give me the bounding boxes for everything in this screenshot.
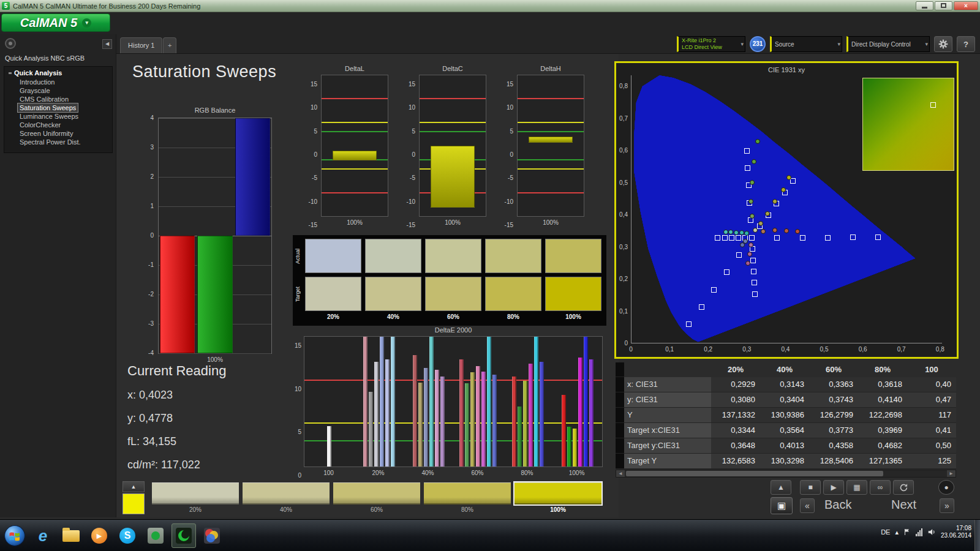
scroll-left-icon[interactable]: ◄ xyxy=(616,470,625,477)
current-patch-preview[interactable] xyxy=(123,493,145,514)
y-tick-label: -5 xyxy=(312,174,317,181)
sidebar-item-introduction[interactable]: Introduction xyxy=(18,78,56,86)
scrollbar-thumb[interactable] xyxy=(626,471,883,476)
taskbar-mediaplayer-button[interactable]: ▶ xyxy=(87,523,111,548)
patch-color[interactable] xyxy=(514,482,601,504)
measurement-marker xyxy=(745,261,750,266)
tab-history-1[interactable]: History 1 xyxy=(120,37,162,53)
taskbar-colortool-button[interactable] xyxy=(200,523,224,548)
window-mode-button[interactable]: ▣ xyxy=(771,497,793,514)
minimize-button[interactable] xyxy=(916,1,933,10)
patch-swatch-20[interactable]: 20% xyxy=(152,480,239,513)
meter-count-badge[interactable]: 231 xyxy=(750,36,766,52)
next-button[interactable]: Next xyxy=(891,498,916,512)
patch-swatch-40[interactable]: 40% xyxy=(243,480,330,513)
help-button[interactable]: ? xyxy=(957,36,975,52)
continuous-read-button[interactable]: ∞ xyxy=(870,480,891,495)
table-cell: 0,3773 xyxy=(809,423,858,438)
sidebar-collapse-button[interactable]: ◀ xyxy=(102,39,112,49)
table-row: Y137,1332130,9386126,2799122,2698117 xyxy=(616,408,956,423)
meter-name: X-Rite i1Pro 2 LCD Direct View xyxy=(682,37,722,51)
patch-swatch-100[interactable]: 100% xyxy=(514,480,601,513)
patch-window-button[interactable]: ▲ xyxy=(123,481,145,492)
scroll-right-icon[interactable]: ► xyxy=(947,470,956,477)
sidebar-item-screen-uniformity[interactable]: Screen Uniformity xyxy=(18,129,75,138)
start-button[interactable] xyxy=(4,525,26,547)
y-tick-label: -15 xyxy=(309,222,317,228)
calman-logo[interactable]: CalMAN 5 ▾ xyxy=(1,13,110,32)
y-tick-label: -15 xyxy=(505,222,513,228)
language-indicator[interactable]: DE xyxy=(881,528,890,536)
taskbar-ie-button[interactable]: e xyxy=(31,523,55,548)
sidebar-item-grayscale[interactable]: Grayscale xyxy=(18,86,52,95)
stop-button[interactable]: ■ xyxy=(800,480,821,495)
table-cell: 130,9386 xyxy=(760,408,809,423)
patch-color[interactable] xyxy=(243,482,330,504)
cie-yaxis: 00,10,20,30,40,50,60,70,8 xyxy=(616,63,629,357)
sidebar-item-saturation-sweeps[interactable]: Saturation Sweeps xyxy=(18,103,78,112)
column-header: 20% xyxy=(711,362,760,377)
deltae-bar xyxy=(492,375,497,467)
settings-button[interactable] xyxy=(934,36,952,52)
taskbar-skype-button[interactable]: S xyxy=(115,523,140,548)
measurement-marker xyxy=(740,242,745,247)
table-scrollbar[interactable]: ◄ ► xyxy=(616,470,956,478)
source-dropdown[interactable]: Source ▾ xyxy=(770,36,842,52)
sidebar-item-luminance-sweeps[interactable]: Luminance Sweeps xyxy=(18,112,80,121)
tree-root[interactable]: Quick Analysis xyxy=(8,69,112,78)
logo-dropdown-icon[interactable]: ▾ xyxy=(82,18,91,28)
show-desktop-button[interactable] xyxy=(974,520,980,551)
pop-up-button[interactable]: ▲ xyxy=(771,480,791,495)
cie-1931-panel[interactable]: CIE 1931 xy 00,10,20,30,40,50,60,70,8 xyxy=(614,61,959,359)
patch-color[interactable] xyxy=(152,482,239,504)
taskbar-clock[interactable]: 17:08 23.06.2014 xyxy=(941,525,971,539)
next-chevron-icon[interactable]: » xyxy=(940,498,954,513)
close-button[interactable]: × xyxy=(954,1,978,10)
reference-line xyxy=(518,131,584,132)
sidebar-options-button[interactable] xyxy=(5,38,16,49)
reading-cdm2: cd/m²: 117,022 xyxy=(127,459,293,471)
patch-color[interactable] xyxy=(333,482,420,504)
display-control-dropdown[interactable]: Direct Display Control ▾ xyxy=(846,36,930,52)
swatch-column-label: 60% xyxy=(425,313,481,320)
y-tick-label: -4 xyxy=(148,350,154,356)
back-chevron-icon[interactable]: « xyxy=(800,498,815,513)
taskbar-explorer-button[interactable] xyxy=(59,523,83,548)
x-tick-label: 0,4 xyxy=(776,346,794,353)
folder-icon xyxy=(62,530,80,542)
tray-expand-icon[interactable]: ▴ xyxy=(895,528,899,536)
action-center-flag-icon[interactable] xyxy=(903,528,911,536)
network-icon[interactable] xyxy=(916,528,922,536)
play-button[interactable]: ▶ xyxy=(823,480,844,495)
deltae-bar xyxy=(363,337,368,467)
volume-icon[interactable] xyxy=(927,528,936,536)
add-tab-button[interactable]: + xyxy=(163,37,176,53)
y-tick-label: -5 xyxy=(410,174,415,181)
measurement-marker xyxy=(781,187,786,192)
meter-dropdown[interactable]: X-Rite i1Pro 2 LCD Direct View ▾ xyxy=(677,36,745,52)
refresh-button[interactable] xyxy=(893,480,914,495)
patch-color[interactable] xyxy=(424,482,511,504)
back-button[interactable]: Back xyxy=(824,498,851,512)
table-cell: 128,5406 xyxy=(809,454,858,469)
read-series-button[interactable]: ▦ xyxy=(846,480,867,495)
cie-zoom-inset[interactable] xyxy=(862,78,954,171)
patch-swatch-80[interactable]: 80% xyxy=(424,480,511,513)
table-cell: 0,41 xyxy=(907,423,956,438)
taskbar-evernote-button[interactable] xyxy=(143,523,168,548)
measurement-table: 20%40%60%80%100 x: CIE310,29290,31430,33… xyxy=(616,362,956,478)
row-handle xyxy=(616,408,624,423)
record-button[interactable]: ● xyxy=(938,480,954,495)
deltae-bar xyxy=(567,427,571,467)
maximize-button[interactable] xyxy=(935,1,952,10)
delta-chart-deltal: DeltaL151050-5-10-15100% xyxy=(305,65,403,229)
sidebar-item-spectral-power-dist[interactable]: Spectral Power Dist. xyxy=(18,138,83,146)
taskbar-calman-button[interactable] xyxy=(172,523,196,548)
table-cell: 126,2799 xyxy=(809,408,858,423)
sidebar-item-colorchecker[interactable]: ColorChecker xyxy=(18,121,62,129)
target-swatch-20% xyxy=(305,277,361,311)
table-body: x: CIE310,29290,31430,33630,36180,40y: C… xyxy=(616,377,956,469)
sidebar-item-cms-calibration[interactable]: CMS Calibration xyxy=(18,95,70,103)
patch-swatch-60[interactable]: 60% xyxy=(333,480,420,513)
measurement-marker xyxy=(755,139,760,144)
